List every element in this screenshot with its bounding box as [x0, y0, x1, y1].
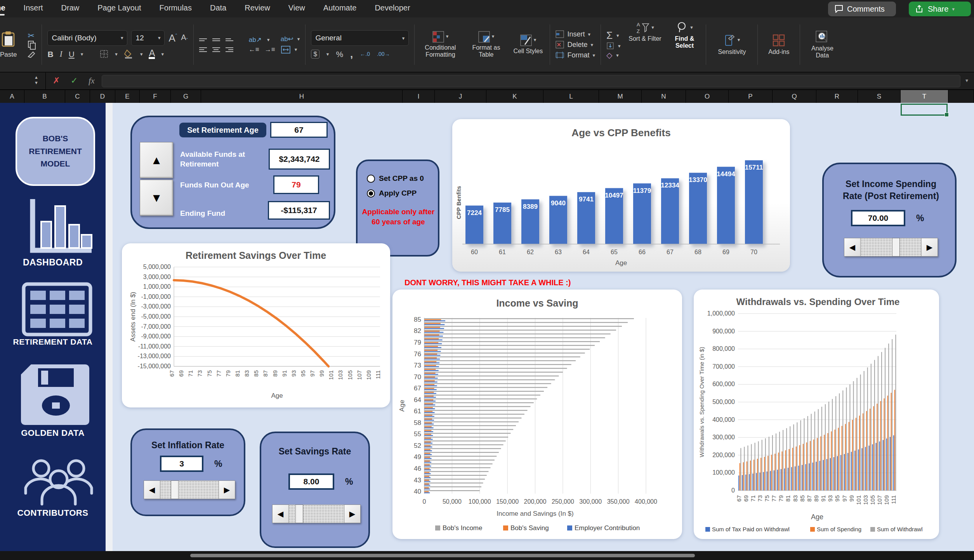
find-select-button[interactable]: ▾ Find & Select — [668, 21, 700, 68]
available-funds-value[interactable]: $2,343,742 — [269, 149, 330, 170]
column-header-J[interactable]: J — [435, 90, 486, 103]
bar-chart-icon[interactable] — [27, 198, 94, 257]
column-header-O[interactable]: O — [686, 90, 729, 103]
menu-tab-automate[interactable]: Automate — [323, 3, 357, 12]
increase-decimal-icon[interactable]: .00→ — [377, 51, 390, 57]
cpp-option-zero[interactable]: Set CPP as 0 — [367, 174, 424, 183]
column-header-F[interactable]: F — [140, 90, 171, 103]
font-color-icon[interactable]: A — [149, 49, 155, 59]
column-header-Q[interactable]: Q — [773, 90, 816, 103]
scroll-right-icon[interactable]: ▶ — [344, 505, 361, 523]
font-name-select[interactable]: Calibri (Body)▾ — [47, 30, 127, 46]
column-header-A[interactable]: A — [0, 90, 24, 103]
savings-rate-value[interactable]: 8.00 — [288, 473, 334, 490]
scrollbar-thumb[interactable] — [171, 480, 179, 499]
people-icon[interactable] — [23, 455, 95, 506]
scrollbar-track[interactable] — [861, 238, 921, 257]
merge-center-icon[interactable] — [281, 45, 291, 54]
cpp-option-apply[interactable]: Apply CPP — [367, 189, 417, 198]
delete-cells-button[interactable]: Delete▾ — [556, 41, 595, 49]
paste-button[interactable]: Paste — [0, 21, 22, 68]
comma-format-icon[interactable]: , — [350, 49, 353, 59]
align-center-icon[interactable] — [212, 46, 220, 53]
column-header-K[interactable]: K — [486, 90, 543, 103]
font-size-select[interactable]: 12▾ — [131, 30, 165, 46]
fill-down-icon[interactable] — [606, 42, 614, 50]
name-box[interactable] — [0, 73, 46, 89]
horizontal-scrollbar-thumb[interactable] — [190, 554, 695, 557]
column-header-E[interactable]: E — [115, 90, 140, 103]
sheet-grid[interactable]: BOB'S RETIREMENT MODEL DASHBOARD RETIREM… — [0, 103, 974, 551]
column-header-I[interactable]: I — [403, 90, 435, 103]
confirm-entry-icon[interactable]: ✓ — [71, 76, 78, 86]
scrollbar-track[interactable] — [160, 480, 219, 499]
bold-button[interactable]: B — [47, 50, 53, 58]
column-header-L[interactable]: L — [543, 90, 599, 103]
retirement-age-down-button[interactable]: ▼ — [140, 180, 173, 216]
fill-color-icon[interactable] — [124, 49, 134, 59]
menu-tab-insert[interactable]: Insert — [24, 3, 43, 12]
analyse-data-button[interactable]: Analyse Data — [806, 30, 839, 59]
menu-tab-developer[interactable]: Developer — [375, 3, 410, 12]
sidebar-item-golden-data[interactable]: GOLDEN DATA — [0, 428, 106, 438]
funds-run-out-value[interactable]: 79 — [273, 175, 319, 194]
decrease-decimal-icon[interactable]: ←.0 — [360, 51, 370, 57]
percent-format-icon[interactable]: % — [336, 50, 343, 58]
sort-filter-button[interactable]: AZ ▾ Sort & Filter — [627, 21, 662, 68]
horizontal-scrollbar[interactable] — [0, 551, 974, 560]
scroll-left-icon[interactable]: ◀ — [272, 505, 289, 523]
menu-tab-data[interactable]: Data — [210, 3, 226, 12]
share-button[interactable]: Share ▾ — [909, 2, 971, 16]
cut-icon[interactable]: ✂ — [28, 31, 36, 40]
increase-font-icon[interactable]: Aˆ — [168, 33, 177, 43]
column-header-P[interactable]: P — [729, 90, 773, 103]
column-header-N[interactable]: N — [642, 90, 686, 103]
number-format-select[interactable]: General▾ — [311, 30, 409, 46]
scrollbar-thumb[interactable] — [295, 505, 303, 523]
currency-format-icon[interactable]: $ — [311, 50, 319, 59]
inflation-value[interactable]: 3 — [160, 456, 203, 472]
decrease-indent-icon[interactable]: ←≡ — [249, 46, 259, 53]
scroll-left-icon[interactable]: ◀ — [144, 480, 160, 499]
income-spending-value[interactable]: 70.00 — [851, 210, 905, 226]
sidebar-item-retirement-data[interactable]: RETIREMENT DATA — [0, 337, 106, 347]
floppy-icon[interactable] — [20, 364, 90, 426]
orientation-icon[interactable]: ab↗ — [249, 36, 262, 43]
name-box-spinner[interactable]: ▲▼ — [34, 75, 38, 86]
align-top-icon[interactable] — [199, 37, 207, 42]
scroll-right-icon[interactable]: ▶ — [219, 480, 235, 499]
scrollbar-thumb[interactable] — [892, 238, 900, 257]
format-as-table-button[interactable]: ▾ Format as Table — [466, 31, 506, 59]
borders-icon[interactable] — [99, 49, 109, 59]
income-spending-scrollbar[interactable]: ◀ ▶ — [844, 238, 938, 257]
formula-input[interactable] — [102, 75, 960, 87]
scrollbar-track[interactable] — [289, 505, 344, 523]
scroll-left-icon[interactable]: ◀ — [844, 238, 861, 257]
column-header-C[interactable]: C — [65, 90, 90, 103]
cancel-entry-icon[interactable]: ✗ — [53, 76, 60, 86]
column-header-D[interactable]: D — [90, 90, 115, 103]
format-cells-button[interactable]: Format▾ — [556, 51, 595, 59]
comments-button[interactable]: Comments — [828, 2, 896, 16]
menu-tab-view[interactable]: View — [288, 3, 305, 12]
increase-indent-icon[interactable]: →≡ — [265, 46, 275, 53]
sidebar-item-dashboard[interactable]: DASHBOARD — [0, 257, 106, 268]
table-icon[interactable] — [22, 282, 92, 336]
column-header-B[interactable]: B — [24, 90, 65, 103]
align-bottom-icon[interactable] — [226, 37, 233, 42]
menu-tab-formulas[interactable]: Formulas — [160, 3, 192, 12]
column-header-H[interactable]: H — [201, 90, 403, 103]
retirement-age-value[interactable]: 67 — [270, 122, 328, 138]
format-painter-icon[interactable] — [28, 50, 36, 58]
column-header-R[interactable]: R — [816, 90, 858, 103]
align-middle-icon[interactable] — [212, 37, 220, 42]
column-header-S[interactable]: S — [858, 90, 901, 103]
retirement-age-up-button[interactable]: ▲ — [140, 142, 173, 178]
underline-button[interactable]: U — [69, 50, 75, 58]
cell-styles-button[interactable]: ▾ Cell Styles — [512, 35, 544, 55]
insert-cells-button[interactable]: Insert▾ — [556, 30, 595, 38]
sidebar-item-contributors[interactable]: CONTRIBUTORS — [0, 508, 106, 518]
column-header-M[interactable]: M — [599, 90, 642, 103]
formula-bar-expand-icon[interactable]: ▾ — [965, 77, 968, 83]
ending-fund-value[interactable]: -$115,317 — [268, 201, 330, 220]
